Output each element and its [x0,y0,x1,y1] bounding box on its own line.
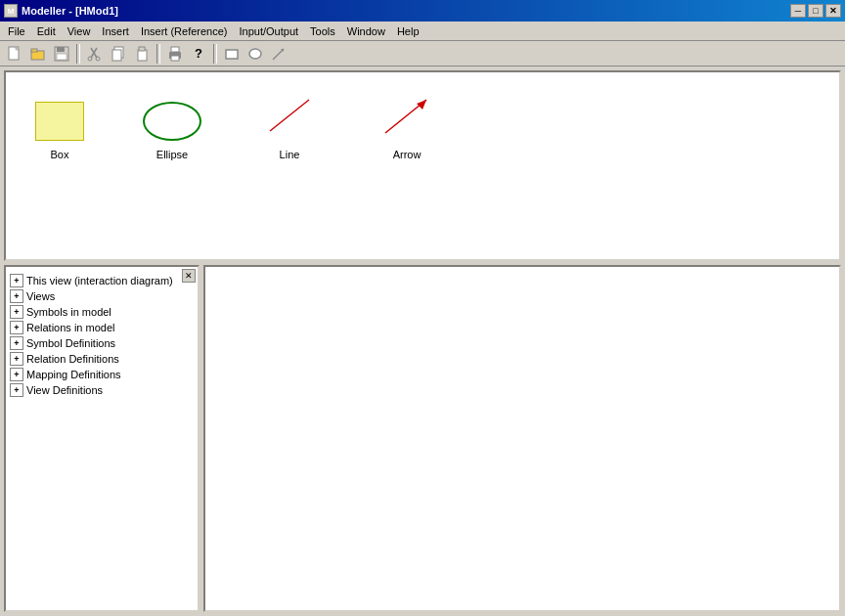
svg-line-22 [270,100,309,131]
tree-item-relations-in-model[interactable]: + Relations in model [10,320,182,335]
tree-label-views: Views [26,290,55,302]
ellipse-tool-button[interactable] [245,43,266,65]
print-button[interactable] [164,43,186,65]
tree-container: + This view (interaction diagram) + View… [6,267,198,404]
bottom-section: ✕ + This view (interaction diagram) + Vi… [4,265,841,612]
new-button[interactable] [4,43,25,65]
expand-icon-symbols-in-model[interactable]: + [10,305,23,319]
paste-button[interactable] [131,43,153,65]
ellipse-label: Ellipse [156,149,188,160]
tree-item-symbol-definitions[interactable]: + Symbol Definitions [10,335,182,351]
svg-rect-5 [57,47,65,52]
expand-icon-this-view[interactable]: + [10,274,23,287]
title-bar: M Modeller - [HMod1] ─ □ ✕ [0,0,845,22]
box-shape [35,102,84,141]
svg-rect-6 [57,54,67,60]
tree-item-view-definitions[interactable]: + View Definitions [10,382,182,398]
expand-icon-views[interactable]: + [10,289,23,303]
shapes-container: Box Ellipse Line Arrow [6,72,839,180]
tree-label-relation-definitions: Relation Definitions [26,353,119,365]
expand-icon-view-definitions[interactable]: + [10,383,23,397]
menu-help[interactable]: Help [391,23,425,39]
window-title: Modeller - [HMod1] [22,5,118,17]
tree-item-mapping-definitions[interactable]: + Mapping Definitions [10,367,182,382]
tree-item-symbols-in-model[interactable]: + Symbols in model [10,304,182,320]
svg-point-19 [249,49,261,59]
expand-icon-mapping-definitions[interactable]: + [10,368,23,381]
svg-rect-14 [139,47,145,51]
save-button[interactable] [51,43,72,65]
ellipse-shape [143,102,201,141]
copy-button[interactable] [108,43,129,65]
arrow-shape [378,92,436,141]
expand-icon-relations-in-model[interactable]: + [10,321,23,334]
svg-rect-18 [226,50,238,59]
left-panel: ✕ + This view (interaction diagram) + Vi… [4,265,200,612]
tree-label-mapping-definitions: Mapping Definitions [26,369,121,380]
svg-rect-16 [171,47,179,52]
toolbar-separator-3 [213,44,217,64]
toolbar: ? [0,41,845,66]
tree-label-symbols-in-model: Symbols in model [26,306,111,318]
line-shape [260,92,319,141]
diagram-area[interactable] [203,265,841,612]
cut-button[interactable] [84,43,106,65]
help-button[interactable]: ? [188,43,209,65]
tree-label-symbol-definitions: Symbol Definitions [26,337,115,349]
close-button[interactable]: ✕ [825,4,841,18]
restore-button[interactable]: □ [808,4,823,18]
toolbar-separator-1 [76,44,80,64]
svg-rect-3 [31,49,37,52]
menu-insert[interactable]: Insert [96,23,135,39]
shape-item-line: Line [260,92,319,160]
shape-item-ellipse: Ellipse [143,102,201,160]
expand-icon-symbol-definitions[interactable]: + [10,336,23,350]
toolbar-separator-2 [156,44,160,64]
tree-item-this-view[interactable]: + This view (interaction diagram) [10,273,182,288]
minimize-button[interactable]: ─ [790,4,806,18]
menu-window[interactable]: Window [341,23,391,39]
svg-rect-13 [138,50,147,61]
title-bar-buttons: ─ □ ✕ [790,4,841,18]
arrow-label: Arrow [393,149,422,160]
main-container: Box Ellipse Line Arrow [0,66,845,616]
tree-item-relation-definitions[interactable]: + Relation Definitions [10,351,182,367]
tree-item-views[interactable]: + Views [10,288,182,304]
shape-item-arrow: Arrow [378,92,436,160]
tree-label-relations-in-model: Relations in model [26,322,115,333]
svg-line-20 [273,49,284,60]
menu-tools[interactable]: Tools [304,23,341,39]
svg-point-9 [88,57,92,61]
box-label: Box [51,149,69,160]
menu-file[interactable]: File [2,23,31,39]
menu-bar: File Edit View Insert Insert (Reference)… [0,22,845,41]
tree-label-view-definitions: View Definitions [26,384,103,396]
svg-marker-24 [417,100,426,110]
box-tool-button[interactable] [221,43,243,65]
svg-rect-12 [112,50,121,61]
expand-icon-relation-definitions[interactable]: + [10,352,23,366]
tree-label-this-view: This view (interaction diagram) [26,275,173,286]
open-button[interactable] [27,43,49,65]
svg-point-10 [96,57,100,61]
shape-item-box: Box [35,102,84,160]
menu-insert-reference[interactable]: Insert (Reference) [135,23,234,39]
app-icon: M [4,4,18,18]
menu-edit[interactable]: Edit [31,23,62,39]
panel-close-button[interactable]: ✕ [182,269,196,283]
svg-rect-17 [171,56,179,61]
arrow-tool-button[interactable] [268,43,289,65]
menu-view[interactable]: View [62,23,97,39]
line-label: Line [280,149,300,160]
canvas-area[interactable]: Box Ellipse Line Arrow [4,70,841,261]
menu-input-output[interactable]: Input/Output [234,23,305,39]
